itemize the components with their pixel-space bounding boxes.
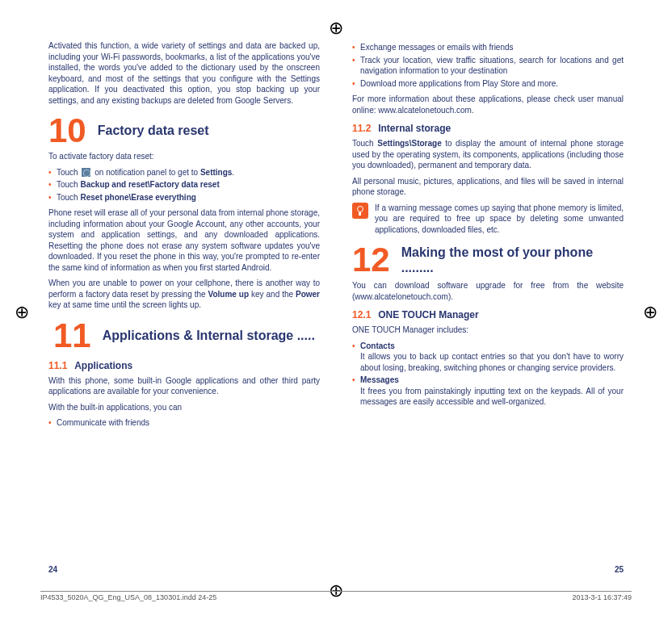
page-number-left: 24 <box>48 565 57 574</box>
sec12-p1: You can download software upgrade for fr… <box>352 280 624 302</box>
factory-reset-p1: Phone reset will erase all of your perso… <box>48 207 320 273</box>
section-number-10: 10 <box>48 114 86 148</box>
subsection-11-1: 11.1 Applications <box>48 359 320 372</box>
tip-box: If a warning message comes up saying tha… <box>352 203 624 236</box>
section-12-header: 12 Making the most of your phone .......… <box>352 243 624 277</box>
right-column: Exchange messages or emails with friends… <box>336 40 624 559</box>
otm-features: Contacts It allows you to back up contac… <box>352 341 624 408</box>
apps-bullets-continued: Exchange messages or emails with friends… <box>352 42 624 89</box>
left-column: Activated this function, a wide variety … <box>48 40 336 559</box>
apps-more-info: For more information about these applica… <box>352 94 624 115</box>
section-title-factory-reset: Factory data reset <box>98 123 209 138</box>
step-touch-backup: Touch Backup and reset\Factory data rese… <box>48 179 320 191</box>
bullet-communicate: Communicate with friends <box>48 417 320 429</box>
bullet-download: Download more applications from Play Sto… <box>352 78 624 90</box>
factory-reset-lead: To activate factory data reset: <box>48 151 320 162</box>
page-number-right: 25 <box>615 565 624 574</box>
section-10-header: 10 Factory data reset <box>48 114 320 148</box>
bullet-track: Track your location, view traffic situat… <box>352 55 624 77</box>
feature-messages: Messages It frees you from painstakingly… <box>352 375 624 408</box>
subsection-11-2: 11.2 Internal storage <box>352 122 624 135</box>
apps-p1: With this phone, some built-in Google ap… <box>48 375 320 397</box>
intro-paragraph: Activated this function, a wide variety … <box>48 40 320 106</box>
step-touch-settings: Touch on notification panel to get to Se… <box>48 167 320 178</box>
factory-reset-p2: When you are unable to power on your cel… <box>48 278 320 311</box>
apps-bullets: Communicate with friends <box>48 417 320 429</box>
apps-p2: With the built-in applications, you can <box>48 402 320 413</box>
section-number-12: 12 <box>352 243 390 277</box>
tip-text: If a warning message comes up saying tha… <box>375 203 624 236</box>
otm-lead: ONE TOUCH Manager includes: <box>352 325 624 336</box>
storage-p2: All personal music, pictures, applicatio… <box>352 176 624 198</box>
page-spread: Activated this function, a wide variety … <box>0 0 672 624</box>
feature-contacts: Contacts It allows you to back up contac… <box>352 341 624 374</box>
step-touch-reset: Touch Reset phone\Erase everything <box>48 192 320 203</box>
section-11-header: 11 Applications & Internal storage ..... <box>48 319 320 353</box>
storage-p1: Touch Settings\Storage to display the am… <box>352 138 624 171</box>
section-number-11: 11 <box>53 319 91 353</box>
subsection-12-1: 12.1 ONE TOUCH Manager <box>352 308 624 321</box>
settings-icon <box>82 168 90 177</box>
bullet-exchange: Exchange messages or emails with friends <box>352 42 624 53</box>
lightbulb-icon <box>352 203 368 219</box>
print-footer: IP4533_5020A_QG_Eng_USA_08_130301.indd 2… <box>40 591 632 601</box>
footer-filename: IP4533_5020A_QG_Eng_USA_08_130301.indd 2… <box>40 593 216 601</box>
section-title-apps-storage: Applications & Internal storage ..... <box>103 328 315 343</box>
factory-reset-steps: Touch on notification panel to get to Se… <box>48 167 320 203</box>
section-title-make-most: Making the most of your phone ......... <box>401 245 624 275</box>
footer-timestamp: 2013-3-1 16:37:49 <box>572 593 632 601</box>
